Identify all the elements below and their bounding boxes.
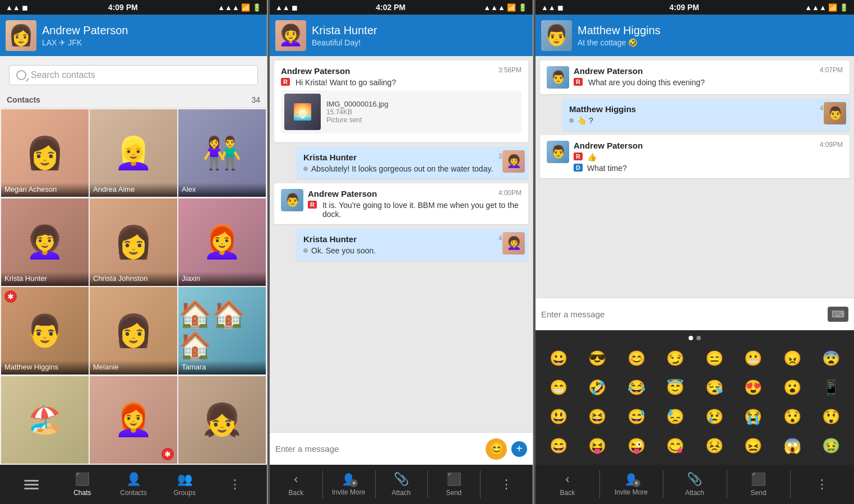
contact-jiaxin[interactable]: 👩‍🦰 Jiaxin	[178, 198, 266, 286]
emoji-key[interactable]: 😬	[741, 346, 765, 371]
user-status: LAX ✈ JFK	[42, 38, 261, 47]
emoji-key[interactable]: 😯	[780, 404, 805, 429]
msg-sender: Andrew Paterson	[574, 141, 643, 150]
emoji-key[interactable]: 🤣	[585, 375, 610, 400]
emoji-key[interactable]: 😎	[585, 346, 610, 371]
messages-area-1: Andrew Paterson 3:58PM R Hi Krista! Want…	[270, 56, 533, 432]
contact-unknown2[interactable]: 👧	[178, 376, 266, 464]
nav-send-1[interactable]: ⬛ Send	[427, 465, 480, 504]
matthew-avatar: 👨	[541, 20, 572, 51]
nav-attach-1[interactable]: 📎 Attach	[375, 465, 428, 504]
invite-label-2: Invite More	[615, 488, 648, 496]
contact-andrea[interactable]: 👱‍♀️ Andrea Aime	[90, 109, 177, 197]
msg-header: Andrew Paterson 4:07PM	[574, 66, 843, 76]
back-label-1: Back	[289, 489, 304, 497]
emoji-key[interactable]: 😏	[663, 346, 687, 371]
emoji-key[interactable]: 😍	[741, 375, 765, 400]
page-dot	[696, 336, 701, 340]
msg-sender: Krista Hunter	[303, 234, 357, 244]
plus-button-1[interactable]: +	[511, 441, 527, 457]
nav-invite-1[interactable]: 👤+ Invite More	[322, 465, 375, 504]
emoji-key[interactable]: 😓	[663, 404, 687, 429]
contact-tamara[interactable]: 🏠🏠🏠 Tamara	[178, 287, 266, 374]
contact-megan[interactable]: 👩 Megan Acheson	[1, 109, 89, 197]
msg-text: Ok. See you soon.	[311, 246, 376, 255]
contact-melanie[interactable]: 👩 Melanie	[90, 287, 177, 374]
contact-unknown1[interactable]: 👩‍🦰 ✱	[90, 376, 177, 464]
emoji-key[interactable]: 😋	[663, 433, 687, 458]
contact-name: Alex	[178, 183, 266, 197]
nav-more-1[interactable]: ⋮	[480, 465, 533, 504]
msg-header: Krista Hunter 3:59PM	[303, 152, 521, 162]
emoji-key[interactable]: 😇	[663, 375, 687, 400]
contact-alex[interactable]: 👫 Alex	[178, 109, 266, 197]
menu-icon	[22, 478, 41, 492]
back-label-2: Back	[560, 489, 575, 497]
contact-krista[interactable]: 👩‍🦱 Krista Hunter	[1, 198, 89, 286]
emoji-key[interactable]: 😠	[780, 346, 805, 371]
nav-send-2[interactable]: ⬛ Send	[727, 465, 791, 504]
emoji-row-2: 😁 🤣 😂 😇 😪 😍 😮 📱	[539, 373, 851, 402]
emoji-key[interactable]: 😖	[741, 433, 765, 458]
back-icon-1: ‹	[294, 472, 298, 487]
nav-attach-2[interactable]: 📎 Attach	[663, 465, 727, 504]
contact-matthew[interactable]: ✱ 👨 Matthew Higgins	[1, 287, 89, 374]
search-contacts-input[interactable]: Search contacts	[9, 65, 258, 85]
emoji-key[interactable]: 😮	[780, 375, 805, 400]
emoji-key[interactable]: 😑	[702, 346, 727, 371]
message-bubble: 👨 Andrew Paterson 4:00PM R It is. You're…	[274, 183, 528, 224]
contact-badge: ✱	[4, 290, 17, 303]
emoji-key[interactable]: 😃	[546, 404, 571, 429]
status-icons-2: ▲▲ ◼	[275, 3, 298, 12]
emoji-key[interactable]: 📱	[819, 375, 843, 400]
emoji-key[interactable]: 😅	[624, 404, 649, 429]
emoji-key[interactable]: 😂	[624, 375, 649, 400]
msg-header: Andrew Paterson 4:09PM	[574, 141, 843, 150]
keyboard-button[interactable]: ⌨	[828, 307, 848, 322]
attach-label-1: Attach	[391, 489, 410, 497]
groups-icon: 👥	[177, 472, 192, 487]
status-bar-contacts: ▲▲ ◼ 4:09 PM ▲▲▲ 📶 🔋	[0, 0, 267, 15]
emoji-key[interactable]: 😭	[741, 404, 765, 429]
nav-item-menu[interactable]	[6, 465, 57, 504]
img-attachment: 🌅 IMG_00000016.jpg 15.74KB Picture sent	[281, 90, 521, 133]
krista-status: Beautiful Day!	[312, 38, 527, 47]
emoji-key[interactable]: 😱	[780, 433, 805, 458]
emoji-key[interactable]: 😨	[819, 346, 843, 371]
matthew-info: Matthew Higgins At the cottage 🤣	[578, 24, 848, 47]
message-input-1[interactable]	[275, 444, 481, 454]
nav-more-2[interactable]: ⋮	[790, 465, 854, 504]
status-icons-3: ▲▲ ◼	[541, 3, 564, 12]
message-input-2[interactable]	[541, 309, 823, 319]
emoji-key[interactable]: 😲	[819, 404, 843, 429]
nav-item-chats[interactable]: ⬛ Chats	[57, 465, 108, 504]
emoji-key[interactable]: 😁	[546, 375, 571, 400]
emoji-key[interactable]: 😜	[624, 433, 649, 458]
emoji-button-1[interactable]: 😊	[486, 438, 507, 460]
back-icon-2: ‹	[565, 472, 569, 487]
message-bubble: Andrew Paterson 3:58PM R Hi Krista! Want…	[274, 61, 528, 142]
clock: 4:09 PM	[108, 3, 138, 12]
emoji-key[interactable]: 😀	[546, 346, 571, 371]
msg-text: What are you doing this evening?	[588, 78, 705, 87]
emoji-key[interactable]: 😪	[702, 375, 727, 400]
msg-time: 4:00PM	[498, 189, 521, 197]
emoji-key[interactable]: 😆	[585, 404, 610, 429]
emoji-key[interactable]: 😢	[702, 404, 727, 429]
emoji-key[interactable]: 😝	[585, 433, 610, 458]
chat1-bottom-nav: ‹ Back 👤+ Invite More 📎 Attach ⬛ Send ⋮	[270, 465, 533, 504]
nav-back-2[interactable]: ‹ Back	[536, 465, 599, 504]
nav-back-1[interactable]: ‹ Back	[270, 465, 322, 504]
contact-badge-br: ✱	[161, 448, 174, 460]
contact-christa[interactable]: 👩 Christa Johnston	[90, 198, 177, 286]
emoji-key[interactable]: 😣	[702, 433, 727, 458]
emoji-key[interactable]: 😊	[624, 346, 649, 371]
nav-label-chats: Chats	[73, 489, 91, 497]
emoji-key[interactable]: 🤢	[819, 433, 843, 458]
contact-beach[interactable]: 🏖️	[1, 376, 89, 464]
nav-item-groups[interactable]: 👥 Groups	[159, 465, 210, 504]
nav-item-contacts[interactable]: 👤 Contacts	[108, 465, 159, 504]
nav-item-more[interactable]: ⋮	[210, 465, 261, 504]
nav-invite-2[interactable]: 👤+ Invite More	[599, 465, 663, 504]
emoji-key[interactable]: 😄	[546, 433, 571, 458]
